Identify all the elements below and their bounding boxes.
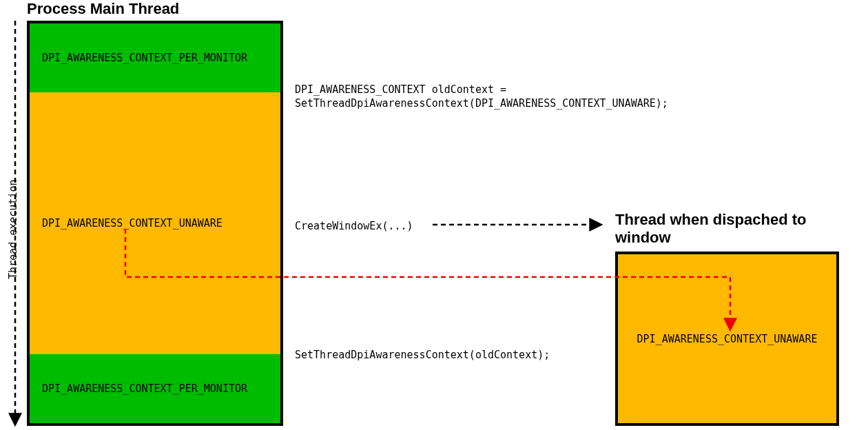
window-thread-box: DPI_AWARENESS_CONTEXT_UNAWARE: [615, 252, 839, 426]
window-unaware-label: DPI_AWARENESS_CONTEXT_UNAWARE: [637, 333, 818, 345]
segment-per-monitor-top: DPI_AWARENESS_CONTEXT_PER_MONITOR: [30, 23, 280, 92]
annotation-create-window: CreateWindowEx(...): [295, 219, 413, 233]
unaware-middle-label: DPI_AWARENESS_CONTEXT_UNAWARE: [42, 217, 223, 229]
main-thread-box: DPI_AWARENESS_CONTEXT_PER_MONITOR DPI_AW…: [27, 21, 283, 426]
segment-unaware-middle: DPI_AWARENESS_CONTEXT_UNAWARE: [30, 92, 280, 354]
annotation-restore-context: SetThreadDpiAwarenessContext(oldContext)…: [295, 348, 550, 362]
annotation-set-old-context: DPI_AWARENESS_CONTEXT oldContext = SetTh…: [295, 83, 668, 111]
main-thread-title: Process Main Thread: [27, 0, 179, 18]
per-monitor-bottom-label: DPI_AWARENESS_CONTEXT_PER_MONITOR: [42, 382, 247, 395]
per-monitor-top-label: DPI_AWARENESS_CONTEXT_PER_MONITOR: [42, 52, 247, 64]
thread-execution-label: Thread execution: [7, 180, 19, 280]
window-thread-title: Thread when dispached to window: [615, 211, 849, 247]
segment-per-monitor-bottom: DPI_AWARENESS_CONTEXT_PER_MONITOR: [30, 354, 280, 423]
